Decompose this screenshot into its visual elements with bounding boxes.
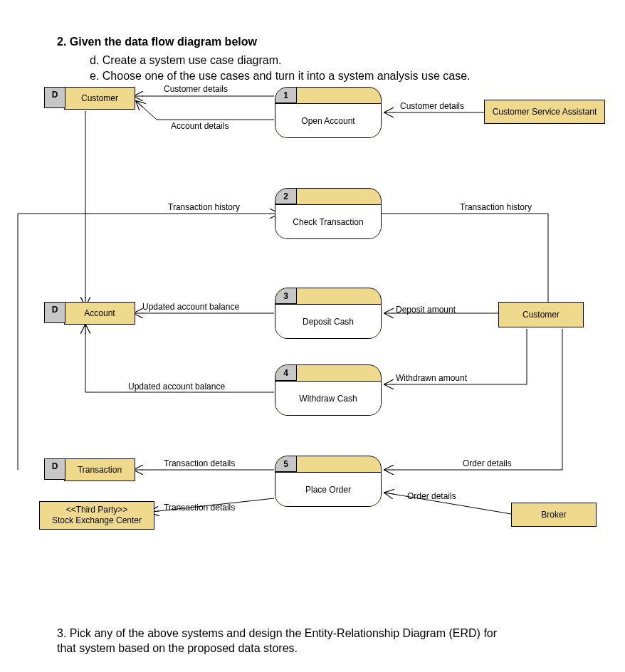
process-open-account: 1 Open Account (275, 87, 382, 138)
process-body: Open Account (275, 103, 381, 137)
process-number: 4 (275, 365, 297, 381)
process-number: 2 (275, 189, 297, 204)
flow-order-details-cust: Order details (463, 458, 512, 468)
process-body: Place Order (275, 472, 381, 506)
datastore-transaction: D Transaction (64, 458, 135, 481)
entity-label: Broker (541, 510, 566, 520)
q3-text: 3. Pick any of the above systems and des… (57, 626, 577, 656)
entity-stereotype: <<Third Party>> (66, 505, 128, 515)
datastore-tag: D (44, 302, 65, 323)
flow-txn-history-right: Transaction history (460, 202, 532, 212)
process-number: 5 (275, 456, 297, 472)
datastore-tag: D (44, 458, 65, 480)
datastore-label: Transaction (78, 465, 122, 475)
entity-customer: Customer (498, 302, 584, 327)
process-withdraw-cash: 4 Withdraw Cash (275, 364, 382, 416)
entity-label: Stock Exchange Center (52, 515, 142, 526)
flow-customer-details-right: Customer details (400, 101, 464, 111)
q2-item-e: e. Choose one of the use cases and turn … (90, 70, 471, 83)
process-check-transaction: 2 Check Transaction (275, 188, 382, 239)
q3-line-b: that system based on the proposed data s… (57, 642, 298, 654)
q2-heading: 2. Given the data flow diagram below (57, 36, 257, 48)
entity-label: Customer (522, 310, 560, 320)
flow-withdrawn-amount: Withdrawn amount (396, 373, 467, 383)
flow-order-details-broker: Order details (407, 491, 456, 501)
flow-txn-history-left: Transaction history (168, 202, 240, 212)
flow-updated-balance-1: Updated account balance (142, 302, 239, 312)
entity-broker: Broker (511, 503, 597, 527)
q2-item-d: d. Create a system use case diagram. (90, 54, 281, 67)
flow-customer-details-left: Customer details (164, 84, 228, 94)
process-body: Deposit Cash (275, 304, 381, 338)
page: 2. Given the data flow diagram below d. … (0, 0, 625, 672)
process-body: Withdraw Cash (275, 381, 381, 415)
process-body: Check Transaction (275, 204, 381, 238)
flow-txn-details-sec: Transaction details (164, 503, 235, 513)
entity-stock-exchange-center: <<Third Party>> Stock Exchange Center (39, 501, 154, 530)
process-place-order: 5 Place Order (275, 456, 382, 507)
entity-label: Customer Service Assistant (493, 107, 597, 117)
datastore-label: Customer (81, 93, 118, 103)
flow-txn-details-store: Transaction details (164, 458, 235, 468)
flow-deposit-amount: Deposit amount (396, 305, 456, 315)
entity-csa: Customer Service Assistant (484, 100, 605, 124)
process-deposit-cash: 3 Deposit Cash (275, 288, 382, 339)
datastore-account: D Account (64, 302, 135, 325)
flow-updated-balance-2: Updated account balance (128, 382, 225, 392)
datastore-tag: D (44, 87, 65, 108)
flow-account-details: Account details (171, 121, 229, 131)
datastore-customer: D Customer (64, 87, 135, 110)
q3-line-a: 3. Pick any of the above systems and des… (57, 627, 497, 639)
process-number: 3 (275, 288, 297, 304)
datastore-label: Account (84, 308, 115, 318)
process-number: 1 (275, 88, 297, 103)
